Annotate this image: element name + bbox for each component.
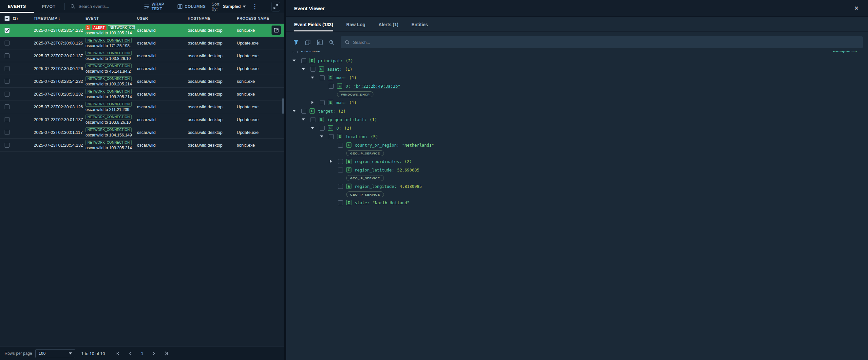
chevron-down-icon[interactable] (300, 116, 307, 123)
row-hostname: oscar.wild.desktop (188, 130, 237, 135)
chevron-down-icon[interactable] (291, 57, 298, 64)
tree-node[interactable]: E0:(2) (286, 124, 868, 132)
chevron-down-icon[interactable] (309, 125, 316, 131)
rows-per-page-select[interactable]: 100 (35, 349, 75, 358)
column-header-event[interactable]: EVENT (86, 17, 137, 20)
row-checkbox[interactable] (5, 28, 9, 33)
close-icon[interactable]: ✕ (853, 4, 860, 13)
select-all-checkbox[interactable] (5, 16, 9, 21)
tree-checkbox[interactable] (329, 134, 334, 139)
last-page-button[interactable] (164, 351, 168, 356)
chevron-down-icon[interactable] (318, 133, 325, 140)
row-checkbox[interactable] (5, 104, 9, 109)
sort-by-dropdown[interactable]: Sampled (223, 4, 246, 9)
open-event-button[interactable] (272, 26, 281, 35)
tree-checkbox[interactable] (320, 126, 324, 131)
copy-icon[interactable] (302, 37, 314, 47)
next-page-button[interactable] (151, 351, 156, 356)
tab-pivot[interactable]: PIVOT (34, 0, 64, 13)
tree-node[interactable]: Emac:(1) (286, 73, 868, 82)
tree-node[interactable]: Estate:"North Holland" (286, 198, 868, 207)
row-hostname: oscar.wild.desktop (188, 104, 237, 109)
row-checkbox[interactable] (5, 117, 9, 122)
tree-checkbox[interactable] (320, 100, 324, 105)
tree-checkbox[interactable] (301, 109, 306, 113)
chevron-right-icon[interactable] (328, 158, 334, 165)
tree-checkbox[interactable] (311, 117, 315, 122)
tree-checkbox[interactable] (338, 184, 343, 189)
tree-node[interactable]: Eip_geo_artifact:(1) (286, 115, 868, 124)
field-key: target: (318, 109, 335, 113)
tree-checkbox[interactable] (338, 159, 343, 164)
tree-node[interactable]: E0:"b4:22:2b:49:3a:2b" (286, 82, 868, 90)
table-row[interactable]: 2025-07-23T01:28:54.232 NETWORK_CONNECTI… (0, 139, 284, 152)
table-row[interactable]: 2025-07-23T02:30:03.126 NETWORK_CONNECTI… (0, 100, 284, 113)
search-icon (345, 40, 350, 45)
table-row[interactable]: 2025-07-23T02:30:01.117 NETWORK_CONNECTI… (0, 126, 284, 139)
tree-node[interactable]: Emac:(1) (286, 98, 868, 107)
tree-node[interactable]: Eprincipal:(2) (286, 56, 868, 65)
table-row[interactable]: 2025-07-23T03:28:53.232 NETWORK_CONNECTI… (0, 88, 284, 100)
row-user: oscar.wild (137, 117, 188, 122)
wrap-text-button[interactable]: WRAP TEXT (144, 2, 172, 11)
table-row[interactable]: 2025-07-23T02:30:01.137 NETWORK_CONNECTI… (0, 113, 284, 126)
expand-panel-button[interactable] (272, 2, 280, 11)
first-page-button[interactable] (116, 351, 121, 356)
field-value[interactable]: "b4:22:2b:49:3a:2b" (353, 84, 400, 89)
tab-raw-log[interactable]: Raw Log (346, 22, 365, 31)
tree-node[interactable]: Easset:(1) (286, 65, 868, 73)
columns-button[interactable]: COLUMNS (178, 4, 206, 9)
table-scrollbar[interactable] (282, 98, 284, 114)
previous-page-button[interactable] (128, 351, 133, 356)
row-checkbox[interactable] (5, 143, 9, 148)
row-checkbox[interactable] (5, 79, 9, 84)
row-checkbox[interactable] (5, 66, 9, 71)
events-search-input[interactable] (79, 4, 144, 9)
column-header-process[interactable]: PROCESS NAME (237, 17, 284, 20)
tree-checkbox[interactable] (329, 84, 334, 89)
current-page-button[interactable]: 1 (141, 351, 143, 356)
table-row[interactable]: 2025-07-23T07:30:08.126 NETWORK_CONNECTI… (0, 37, 284, 50)
search-options-icon[interactable] (326, 37, 337, 47)
row-checkbox[interactable] (5, 92, 9, 97)
tree-node[interactable]: Eregion_latitude:52.690685 (286, 166, 868, 174)
panel-divider[interactable] (284, 0, 286, 360)
tree-node[interactable]: Eregion_longitude:4.8180985 (286, 182, 868, 191)
tree-checkbox[interactable] (311, 67, 315, 72)
tab-events[interactable]: EVENTS (0, 0, 34, 13)
tab-alerts-1[interactable]: Alerts (1) (378, 22, 398, 31)
tab-event-fields-133[interactable]: Event Fields (133) (294, 22, 333, 31)
tab-entities[interactable]: Entities (411, 22, 428, 31)
table-row[interactable]: 2025-07-23T08:28:54.232 1 ALERT NETWORK_… (0, 24, 284, 37)
table-row[interactable]: 2025-07-23T07:30:02.137 NETWORK_CONNECTI… (0, 50, 284, 62)
add-chart-icon[interactable] (314, 37, 326, 47)
field-value: 52.690685 (397, 168, 419, 172)
more-options-button[interactable]: ⋮ (252, 3, 258, 10)
table-row[interactable]: 2025-07-23T03:28:54.232 NETWORK_CONNECTI… (0, 75, 284, 88)
row-event-cell: NETWORK_CONNECTION oscar.wild to 211.21.… (86, 102, 137, 112)
tree-checkbox[interactable] (338, 143, 343, 148)
tree-node[interactable]: Eregion_coordinates:(2) (286, 157, 868, 166)
chevron-right-icon[interactable] (309, 99, 316, 106)
tree-node[interactable]: Elocation:(5) (286, 132, 868, 141)
fields-search-input[interactable] (353, 40, 859, 45)
table-row[interactable]: 2025-07-23T07:30:00.126 NETWORK_CONNECTI… (0, 62, 284, 75)
tree-checkbox[interactable] (338, 168, 343, 172)
event-type-badge: NETWORK_CONNECTION (86, 89, 132, 94)
column-header-timestamp[interactable]: TIMESTAMP ↓ (34, 17, 86, 20)
chevron-down-icon[interactable] (291, 108, 298, 114)
row-checkbox[interactable] (5, 53, 9, 58)
chevron-down-icon[interactable] (300, 66, 307, 72)
row-checkbox[interactable] (5, 130, 9, 135)
filter-icon[interactable] (290, 37, 302, 47)
tree-checkbox[interactable] (338, 200, 343, 205)
column-header-user[interactable]: USER (137, 17, 188, 20)
tree-node[interactable]: Ecountry_or_region:"Netherlands" (286, 141, 868, 149)
row-checkbox[interactable] (5, 41, 9, 45)
tree-node[interactable]: Etarget:(2) (286, 107, 868, 115)
tree-checkbox[interactable] (301, 58, 306, 63)
chevron-down-icon[interactable] (309, 74, 316, 81)
tree-checkbox[interactable] (320, 75, 324, 80)
row-user: oscar.wild (137, 92, 188, 97)
column-header-hostname[interactable]: HOSTNAME (188, 17, 237, 20)
